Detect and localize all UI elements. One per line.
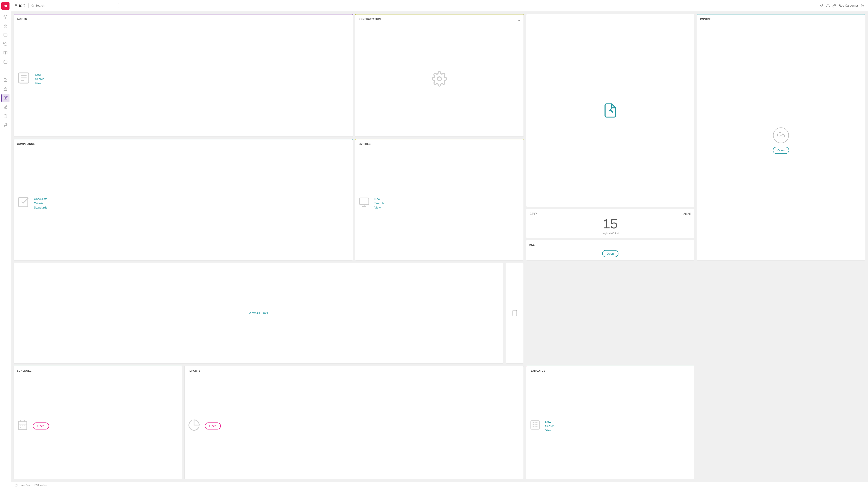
compliance-body: Checklists Criteria Standards [17,149,349,257]
search-bar[interactable] [29,3,119,8]
sidebar-item-warning[interactable] [1,85,9,93]
search-icon [31,4,34,7]
reports-icon [188,419,200,433]
audits-icon [17,71,31,87]
svg-marker-17 [820,4,823,7]
date-month-year: APR 2020 [529,212,691,216]
templates-link-view[interactable]: View [545,429,555,432]
mobile-icon [511,308,518,318]
schedule-body: Open [17,376,179,476]
links-row: View All Links [13,263,524,364]
help-title: HELP [529,243,691,248]
compliance-link-checklists[interactable]: Checklists [34,197,47,201]
svg-rect-4 [4,26,5,27]
entities-card: ENTITIES New Search View [355,139,524,260]
header-actions: Rob Carpenter [820,4,864,7]
sidebar-item-sign[interactable] [1,103,9,111]
help-open-button[interactable]: Open [602,250,618,257]
audits-title: AUDITS [17,18,349,22]
svg-rect-26 [19,197,28,207]
alert-icon[interactable] [826,4,830,7]
date-login: Login: 4:05 PM [529,232,691,235]
templates-link-search[interactable]: Search [545,424,555,428]
svg-rect-32 [18,421,27,430]
date-info-card: APR 2020 15 Login: 4:05 PM [526,209,694,238]
mobile-card [506,263,524,364]
templates-link-new[interactable]: New [545,420,555,423]
compliance-title: COMPLIANCE [17,142,349,147]
sidebar-item-checklist[interactable] [1,76,9,84]
schedule-open-button[interactable]: Open [33,422,49,429]
templates-card: TEMPLATES [526,366,694,479]
compliance-link-criteria[interactable]: Criteria [34,201,47,205]
svg-rect-40 [531,421,539,429]
templates-title: TEMPLATES [529,369,691,374]
upload-icon [773,127,789,143]
sidebar-item-learning[interactable] [1,49,9,57]
configuration-card: CONFIGURATION ≡ [355,14,524,137]
audits-card: AUDITS New Search View [13,14,353,137]
configuration-title: CONFIGURATION [359,18,381,22]
svg-rect-14 [5,115,6,115]
timezone-label: Time Zone: US/Mountain [20,484,47,486]
svg-point-15 [31,4,33,6]
sidebar-item-list[interactable] [1,67,9,75]
sidebar-item-dashboard[interactable] [1,13,9,21]
sidebar-item-edit[interactable] [1,94,9,102]
app-logo[interactable]: m [1,2,9,10]
schedule-icon [17,419,28,433]
link-icon[interactable] [833,4,836,7]
help-card: HELP Open [526,240,694,260]
import-open-button[interactable]: Open [773,147,789,154]
schedule-title: SCHEDULE [17,369,179,374]
templates-icon [529,419,541,433]
sidebar-item-grid[interactable] [1,22,9,30]
audits-body: New Search View [17,24,349,133]
entities-link-new[interactable]: New [374,197,383,201]
entities-icon [359,197,370,210]
entities-link-search[interactable]: Search [374,201,383,205]
sidebar-item-tools[interactable] [1,121,9,129]
page-title: Audit [14,3,25,8]
svg-point-0 [4,15,7,19]
svg-line-16 [33,6,33,6]
logout-icon[interactable] [861,4,864,7]
reports-title: REPORTS [188,369,520,374]
sidebar-item-refresh[interactable] [1,40,9,48]
audits-link-new[interactable]: New [35,73,44,76]
navigation-icon[interactable] [820,4,824,7]
templates-body: New Search View [529,376,691,476]
compliance-link-standards[interactable]: Standards [34,206,47,209]
user-menu-button[interactable]: Rob Carpenter [839,4,858,7]
entities-title: ENTITIES [359,142,520,147]
search-input[interactable] [35,4,116,7]
help-circle-icon[interactable] [14,484,18,487]
configuration-menu-icon[interactable]: ≡ [518,18,520,22]
main-content: Audit Rob Carpenter AUDIT [11,0,868,488]
svg-point-1 [5,16,6,18]
templates-links: New Search View [545,420,555,432]
view-all-links-card: View All Links [13,263,503,364]
reports-open-button[interactable]: Open [205,422,221,429]
sidebar-item-clipboard[interactable] [1,112,9,120]
date-column: APR 2020 15 Login: 4:05 PM HELP Open [526,14,694,260]
svg-rect-3 [6,24,7,25]
view-all-links-button[interactable]: View All Links [249,311,268,315]
svg-rect-27 [360,198,369,204]
entities-link-view[interactable]: View [374,206,383,209]
reports-card: REPORTS Open [184,366,524,479]
audits-link-view[interactable]: View [35,82,44,85]
import-title: IMPORT [700,18,862,22]
edit-icon-card [526,14,694,207]
entities-links: New Search View [374,197,383,209]
footer: Time Zone: US/Mountain [11,482,868,488]
audits-link-search[interactable]: Search [35,77,44,80]
schedule-card: SCHEDULE Open [13,366,182,479]
svg-rect-2 [4,24,5,25]
svg-point-24 [437,77,441,81]
reports-body: Open [188,376,520,476]
compliance-icon [17,196,29,210]
sidebar-item-files[interactable] [1,58,9,66]
sidebar-item-folder[interactable] [1,31,9,39]
compliance-links: Checklists Criteria Standards [34,197,47,209]
